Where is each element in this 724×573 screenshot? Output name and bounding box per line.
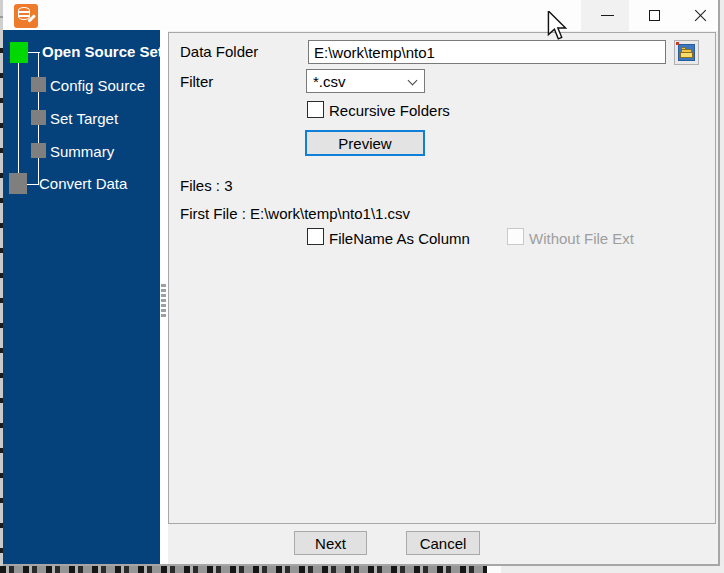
sidebar-item-set-target: Set Target <box>50 111 118 127</box>
window-border <box>718 0 720 566</box>
next-button[interactable]: Next <box>294 531 367 555</box>
step-indicator-summary <box>31 143 46 158</box>
filter-dropdown[interactable]: *.csv <box>306 69 425 93</box>
step-indicator-convert-data <box>9 173 27 194</box>
cancel-button[interactable]: Cancel <box>406 531 480 555</box>
minimize-icon <box>601 15 614 16</box>
app-icon <box>14 4 38 28</box>
tree-connector <box>27 184 39 185</box>
first-file-text: First File : E:\work\temp\nto1\1.csv <box>180 205 410 222</box>
database-icon-line <box>19 11 30 13</box>
recursive-folders-checkbox[interactable] <box>307 101 324 118</box>
maximize-button[interactable] <box>631 0 677 31</box>
preview-button[interactable]: Preview <box>305 130 425 156</box>
data-folder-label: Data Folder <box>180 43 258 60</box>
filter-label: Filter <box>180 73 213 90</box>
tree-connector <box>18 63 19 174</box>
filename-as-column-label: FileName As Column <box>329 230 470 247</box>
step-indicator-set-target <box>31 110 46 125</box>
folder-icon-front <box>680 52 693 58</box>
filename-as-column-checkbox[interactable] <box>307 228 324 245</box>
browse-folder-button[interactable] <box>674 40 699 65</box>
maximize-icon <box>649 10 660 21</box>
sidebar-item-summary: Summary <box>50 144 114 160</box>
close-icon <box>693 9 707 23</box>
close-button[interactable] <box>677 0 723 31</box>
filter-dropdown-value: *.csv <box>313 73 346 90</box>
step-indicator-config-source <box>31 77 46 92</box>
window-border <box>3 564 720 566</box>
without-file-ext-checkbox <box>507 228 524 245</box>
sidebar-item-convert-data: Convert Data <box>39 176 127 192</box>
without-file-ext-label: Without File Ext <box>529 230 634 247</box>
chevron-down-icon <box>408 76 418 86</box>
database-icon-line <box>19 15 30 17</box>
recursive-folders-label: Recursive Folders <box>329 102 450 119</box>
sidebar-item-config-source: Config Source <box>50 78 145 94</box>
background-window-bottom-gap <box>487 566 501 573</box>
files-count-text: Files : 3 <box>180 177 233 194</box>
minimize-button[interactable] <box>584 0 630 31</box>
background-window-bottom-text <box>0 566 487 573</box>
splitter-grip-icon[interactable] <box>161 284 167 319</box>
background-window-bottom <box>501 566 724 573</box>
folder-icon <box>678 44 695 61</box>
folder-icon-badge <box>676 42 679 45</box>
step-indicator-open-source-set <box>10 42 28 63</box>
data-folder-input[interactable] <box>308 40 666 64</box>
sidebar-item-open-source-set: Open Source Set <box>42 44 163 60</box>
